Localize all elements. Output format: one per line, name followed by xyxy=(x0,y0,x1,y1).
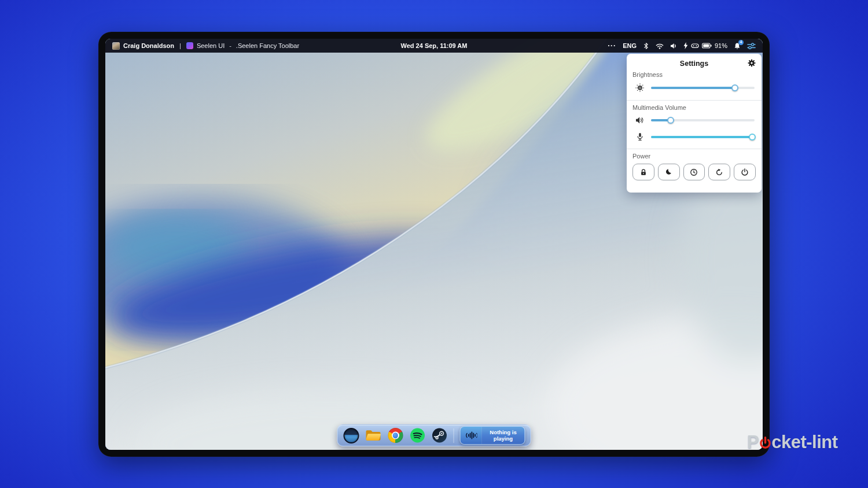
gamepad-icon[interactable] xyxy=(691,43,699,49)
media-status: Nothing is playing xyxy=(482,427,525,444)
dock: Nothing is playing xyxy=(337,424,531,446)
section-divider xyxy=(627,149,762,149)
app-name: Seelen UI xyxy=(197,42,225,49)
notification-badge: 4 xyxy=(738,40,744,45)
dock-divider xyxy=(454,428,454,443)
user-avatar xyxy=(112,42,120,50)
power-label: Power xyxy=(632,153,756,160)
schedule-button[interactable] xyxy=(683,164,705,180)
microphone-icon xyxy=(635,132,645,141)
spotify-button[interactable] xyxy=(409,427,426,444)
speaker-volume-slider[interactable] xyxy=(651,119,755,121)
app-title-module[interactable]: Seelen UI - .Seelen Fancy Toolbar xyxy=(186,42,299,49)
virtual-desktop-button[interactable] xyxy=(343,427,360,444)
sleep-button[interactable] xyxy=(658,164,680,180)
steam-button[interactable] xyxy=(431,427,448,444)
multimedia-volume-label: Multimedia Volume xyxy=(632,104,756,111)
brightness-sun-icon xyxy=(635,83,645,93)
battery-percent: 91% xyxy=(715,42,727,49)
section-divider xyxy=(627,100,762,101)
chrome-button[interactable] xyxy=(387,427,404,444)
user-module[interactable]: Craig Donaldson xyxy=(112,42,174,50)
seelen-app-icon xyxy=(186,42,193,49)
panel-title-row: Settings xyxy=(632,60,756,68)
document-name: .Seelen Fancy Toolbar xyxy=(236,42,299,49)
quick-settings-panel: Settings Brightness Multimedia Volume xyxy=(627,54,762,193)
battery-icon[interactable] xyxy=(702,43,712,49)
clock-module[interactable]: Wed 24 Sep, 11:09 AM xyxy=(401,42,468,49)
brightness-slider-knob[interactable] xyxy=(731,84,738,91)
lock-button[interactable] xyxy=(632,164,654,180)
pocket-lint-logo: Pcket-lint xyxy=(747,432,838,453)
folder-icon xyxy=(366,429,381,442)
gear-icon[interactable] xyxy=(748,59,756,67)
volume-icon[interactable] xyxy=(670,43,677,49)
speaker-slider-knob[interactable] xyxy=(667,117,674,124)
wifi-icon[interactable] xyxy=(656,43,664,49)
desktop-screen: Craig Donaldson | Seelen UI - .Seelen Fa… xyxy=(105,39,763,450)
spotify-icon xyxy=(410,428,425,443)
restart-button[interactable] xyxy=(708,164,730,180)
logo-letter: P xyxy=(747,432,759,453)
logo-text: cket-lint xyxy=(771,432,837,453)
microphone-volume-slider[interactable] xyxy=(651,136,755,138)
language-indicator[interactable]: ENG xyxy=(623,42,637,49)
file-explorer-button[interactable] xyxy=(365,427,382,444)
user-name: Craig Donaldson xyxy=(123,42,174,49)
brightness-label: Brightness xyxy=(632,71,756,78)
shutdown-button[interactable] xyxy=(734,164,756,180)
quick-settings-button[interactable] xyxy=(747,42,756,50)
power-symbol-icon xyxy=(759,437,772,450)
title-separator: | xyxy=(179,42,181,49)
brightness-slider[interactable] xyxy=(651,87,755,89)
bluetooth-icon[interactable] xyxy=(643,42,649,50)
chrome-icon xyxy=(388,428,403,443)
panel-title: Settings xyxy=(680,60,708,68)
monitor-frame: Craig Donaldson | Seelen UI - .Seelen Fa… xyxy=(98,32,770,457)
steam-icon xyxy=(432,428,447,443)
charging-bolt-icon[interactable] xyxy=(683,42,688,49)
media-player-widget[interactable]: Nothing is playing xyxy=(460,426,525,445)
microphone-slider-knob[interactable] xyxy=(749,134,756,141)
title-dash: - xyxy=(229,42,231,49)
notifications-button[interactable]: 4 xyxy=(734,42,741,50)
speaker-icon xyxy=(635,116,645,124)
fancy-toolbar: Craig Donaldson | Seelen UI - .Seelen Fa… xyxy=(105,39,763,53)
waveform-icon xyxy=(461,427,482,444)
desktop-preview-icon xyxy=(344,428,359,443)
